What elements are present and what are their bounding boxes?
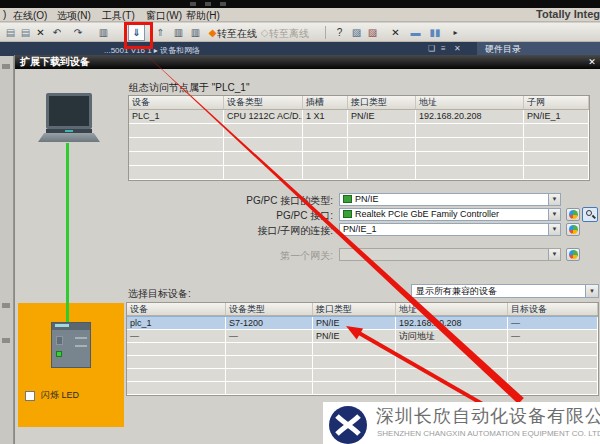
magnifier-handle: [592, 215, 596, 219]
annotation-highlight-box: [124, 22, 153, 49]
chevron-down-icon[interactable]: ▼: [548, 209, 560, 220]
split-vertical-icon[interactable]: ▮▮: [426, 25, 444, 40]
plc-detail-line: [75, 337, 87, 339]
extended-download-dialog: 扩展下载到设备 ✕ 闪烁 LED 组态访问节点属于 "PLC_1" 设备: [14, 55, 600, 444]
totally-integrated-brand: Totally Integ: [536, 8, 600, 20]
panel-icon[interactable]: ❏: [428, 44, 435, 53]
menu-help[interactable]: 帮助(H): [186, 9, 220, 23]
plc-led: [56, 351, 62, 357]
breadcrumb-bar: ...5001 V16 1 ▸ 设备和网络 ❏ ≡ ✕ 硬件目录: [0, 42, 600, 56]
redo-icon[interactable]: ↷: [68, 25, 88, 40]
subnet-properties-button[interactable]: [566, 223, 580, 236]
accessible-devices-icon[interactable]: ?: [332, 25, 347, 40]
empty-row: [129, 138, 589, 152]
interface-properties-button[interactable]: [566, 208, 580, 221]
plc-detail-line: [75, 345, 87, 347]
device-info-icon[interactable]: ▨: [349, 25, 364, 40]
gateway-properties-button[interactable]: [566, 248, 580, 261]
upload-from-device-icon[interactable]: ⇑: [153, 25, 168, 40]
dialog-close-icon[interactable]: ✕: [586, 55, 598, 69]
empty-row: [127, 369, 598, 382]
empty-row: [127, 356, 598, 369]
device-info-icon[interactable]: ▨: [365, 25, 380, 40]
panel-menu-icon[interactable]: ≡: [441, 44, 446, 53]
column-header: 插槽: [303, 96, 348, 109]
plc-graphic: [51, 322, 91, 368]
empty-row: [129, 124, 589, 138]
column-header: 设备类型: [226, 303, 313, 315]
column-header: 地址: [396, 303, 508, 315]
first-gateway-select: ▼: [339, 248, 561, 261]
tree-mark: [2, 303, 10, 308]
menu-online[interactable]: 在线(O): [13, 9, 47, 23]
cell-address: 192.168.20.208: [396, 317, 508, 329]
pgpc-interface-label: PG/PC 接口:: [123, 209, 333, 223]
access-table-header: 设备 设备类型 插槽 接口类型 地址 子网: [129, 96, 589, 110]
cell-device-type: S7-1200: [226, 317, 313, 329]
titlebar-glyph: [220, 2, 226, 6]
toolbar-expand-icon[interactable]: ▸: [448, 25, 463, 40]
menu-window[interactable]: 窗口(W): [146, 9, 182, 23]
menu-bar: ) 在线(O) 选项(N) 工具(T) 窗口(W) 帮助(H) Totally …: [0, 8, 600, 22]
chevron-down-icon[interactable]: ▼: [548, 194, 560, 205]
split-horizontal-icon[interactable]: ▬: [408, 25, 423, 40]
dialog-titlebar: 扩展下载到设备 ✕: [15, 55, 600, 69]
select-target-label: 选择目标设备:: [128, 287, 191, 301]
undo-icon[interactable]: ↶: [47, 25, 67, 40]
column-header: 目标设备: [508, 303, 598, 315]
tia-portal-screen: ) 在线(O) 选项(N) 工具(T) 窗口(W) 帮助(H) Totally …: [0, 0, 600, 444]
company-watermark: 深圳长欣自动化设备有限公司 SHENZHEN CHANGXIN AUTOMATI…: [323, 402, 600, 444]
target-device-row[interactable]: — — PN/IE 访问地址 —: [127, 330, 598, 343]
compile-icon[interactable]: ▥: [96, 25, 111, 40]
company-logo-icon: [329, 406, 367, 444]
pg-laptop-graphic: [38, 93, 100, 145]
dialog-title: 扩展下载到设备: [20, 56, 90, 67]
subnet-connection-select[interactable]: PN/IE_1 ▼: [339, 223, 561, 236]
column-header: 接口类型: [313, 303, 396, 315]
laptop-screen: [46, 93, 92, 129]
access-table-row[interactable]: PLC_1 CPU 1212C AC/D... 1 X1 PN/IE 192.1…: [129, 110, 589, 124]
cell-interface-type: PN/IE: [313, 317, 396, 329]
chevron-down-icon[interactable]: ▼: [548, 224, 560, 235]
search-interface-button[interactable]: [582, 207, 598, 222]
paste-icon[interactable]: ▤: [3, 25, 18, 40]
pgpc-interface-select[interactable]: Realtek PCIe GbE Family Controller ▼: [339, 208, 561, 221]
subnet-connection-value: PN/IE_1: [343, 224, 377, 234]
cell-target-device: —: [508, 317, 598, 329]
panel-close-icon[interactable]: ✕: [454, 44, 461, 53]
pgpc-type-label: PG/PC 接口的类型:: [123, 194, 333, 208]
column-header: 地址: [416, 96, 524, 109]
cell-interface-type: PN/IE: [313, 330, 396, 342]
toolbar-separator: [325, 26, 326, 39]
menu-tools[interactable]: 工具(T): [102, 9, 135, 23]
cell-address: 访问地址: [396, 330, 508, 342]
target-device-row-selected[interactable]: plc_1 S7-1200 PN/IE 192.168.20.208 —: [127, 316, 598, 330]
empty-row: [129, 152, 589, 166]
laptop-logo-dot: [65, 130, 73, 132]
company-name-cn: 深圳长欣自动化设备有限公司: [376, 404, 600, 428]
flash-led-label: 闪烁 LED: [41, 389, 79, 402]
stop-runtime-icon[interactable]: ▥: [188, 25, 203, 40]
menu-options[interactable]: 选项(N): [57, 9, 91, 23]
plc-label-strip: [55, 324, 69, 327]
go-online-button[interactable]: 转至在线: [217, 27, 257, 41]
titlebar-glyph: [190, 2, 196, 6]
flash-led-checkbox[interactable]: [25, 391, 35, 401]
delete-icon[interactable]: ✕: [33, 25, 48, 40]
first-gateway-label: 第一个网关:: [123, 249, 333, 263]
hardware-catalog-tab[interactable]: 硬件目录: [477, 42, 600, 56]
paste-icon[interactable]: ▤: [18, 25, 33, 40]
go-offline-button[interactable]: 转至离线: [269, 27, 309, 41]
pgpc-type-select[interactable]: PN/IE ▼: [339, 193, 561, 206]
main-toolbar: ▤ ▤ ✕ ↶ ↷ ▥ ⇓ ⇑ ▥ ▥ ◆ 转至在线 ◇ 转至离线 ? ▨ ▨ …: [0, 23, 600, 42]
chevron-down-icon[interactable]: ▼: [585, 285, 598, 297]
network-globe-icon: [569, 225, 578, 234]
pgpc-type-value: PN/IE: [355, 194, 379, 204]
empty-row: [127, 382, 598, 395]
close-panel-icon[interactable]: ✕: [388, 25, 403, 40]
compatible-devices-filter-select[interactable]: 显示所有兼容的设备 ▼: [411, 284, 599, 298]
plc-terminal-block: [56, 336, 63, 345]
network-globe-icon: [569, 210, 578, 219]
start-simulation-icon[interactable]: ▥: [171, 25, 186, 40]
column-header: 设备: [127, 303, 226, 315]
